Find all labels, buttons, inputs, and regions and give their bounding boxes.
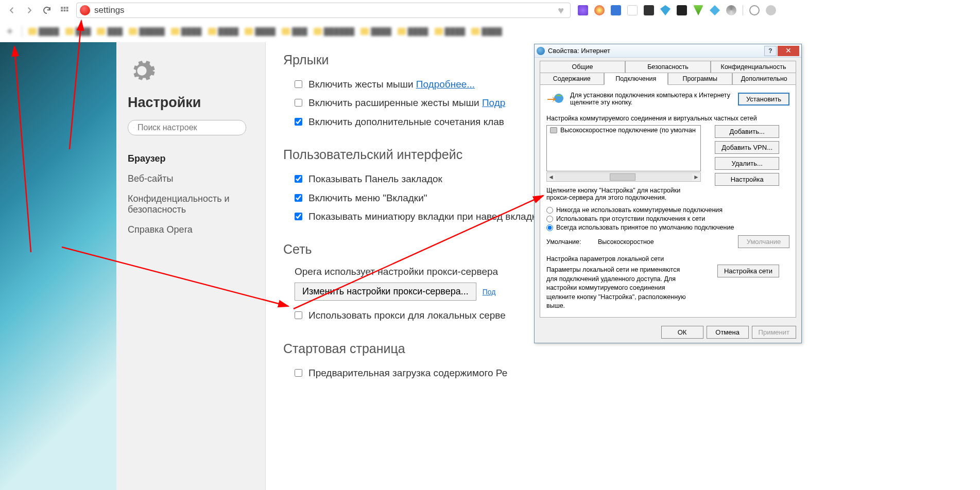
- lan-text: Параметры локальной сети не применяются …: [546, 266, 691, 311]
- settings-search[interactable]: [128, 120, 246, 135]
- remove-button[interactable]: Удалить...: [715, 157, 779, 170]
- tab-privacy[interactable]: Конфиденциальность: [711, 61, 796, 73]
- settings-sidebar: Настройки Браузер Веб-сайты Конфиденциал…: [116, 42, 266, 490]
- profile-icon[interactable]: [766, 5, 776, 15]
- back-button[interactable]: [4, 3, 20, 18]
- ext-icon-4[interactable]: [627, 5, 638, 15]
- ext-icon-6[interactable]: [660, 5, 670, 15]
- ext-icon-2[interactable]: [594, 5, 605, 15]
- add-button[interactable]: Добавить...: [715, 125, 779, 138]
- globe-icon: [537, 47, 545, 55]
- proxy-hint: Щелкните кнопку "Настройка" для настройк…: [546, 187, 685, 201]
- svg-rect-2: [66, 7, 68, 9]
- extension-icons: [578, 5, 776, 15]
- radio-no-net[interactable]: [546, 216, 553, 222]
- dial-group-label: Настройка коммутируемого соединения и ви…: [546, 115, 789, 122]
- forward-button[interactable]: [22, 3, 37, 18]
- tab-programs[interactable]: Программы: [668, 73, 732, 85]
- sidebar-link-help[interactable]: Справка Opera: [128, 220, 254, 240]
- ext-icon-7[interactable]: [677, 5, 687, 15]
- address-text: settings: [94, 5, 551, 15]
- checkbox-adv-gestures[interactable]: [295, 99, 302, 107]
- link-more-adv-gestures[interactable]: Подр: [482, 97, 505, 108]
- add-vpn-button[interactable]: Добавить VPN...: [715, 141, 779, 154]
- link-more-gestures[interactable]: Подробнее...: [416, 79, 475, 90]
- dialog-title-text: Свойства: Интернет: [548, 47, 764, 55]
- checkbox-bookmarks-bar[interactable]: [295, 175, 302, 183]
- settings-button[interactable]: Настройка: [715, 173, 779, 186]
- dialog-help-button[interactable]: ?: [764, 46, 777, 56]
- tab-general[interactable]: Общие: [540, 61, 625, 73]
- sidebar-title: Настройки: [128, 95, 254, 111]
- main-area: Настройки Браузер Веб-сайты Конфиденциал…: [0, 42, 980, 490]
- setup-text: Для установки подключения компьютера к И…: [570, 92, 733, 106]
- sidebar-link-browser[interactable]: Браузер: [128, 149, 254, 169]
- dialog-close-button[interactable]: ✕: [778, 46, 799, 56]
- svg-rect-5: [66, 10, 68, 12]
- radio-always[interactable]: [546, 224, 553, 231]
- tab-connections[interactable]: Подключения: [604, 73, 668, 85]
- sync-icon[interactable]: [749, 5, 760, 15]
- tab-advanced[interactable]: Дополнительно: [732, 73, 797, 85]
- opera-icon: [80, 5, 90, 15]
- svg-point-6: [133, 127, 134, 128]
- sidebar-link-websites[interactable]: Веб-сайты: [128, 169, 254, 189]
- lan-settings-button[interactable]: Настройка сети: [717, 265, 779, 277]
- cancel-button[interactable]: Отмена: [707, 326, 749, 339]
- checkbox-preload[interactable]: [295, 369, 302, 377]
- default-value: Высокоскоростное: [598, 238, 738, 246]
- connection-icon: [550, 127, 557, 133]
- svg-rect-1: [64, 7, 66, 9]
- reload-button[interactable]: [39, 3, 55, 18]
- dialog-tabs: Общие Безопасность Конфиденциальность Со…: [535, 58, 801, 84]
- checkbox-local-proxy[interactable]: [295, 311, 302, 319]
- separator: [743, 5, 743, 15]
- link-proxy-more[interactable]: Под: [483, 288, 496, 296]
- svg-rect-3: [61, 10, 63, 12]
- change-proxy-button[interactable]: Изменить настройки прокси-сервера...: [295, 283, 476, 301]
- dialog-titlebar[interactable]: Свойства: Интернет ? ✕: [535, 44, 801, 58]
- bookmark-heart-icon[interactable]: ♥: [558, 5, 564, 16]
- dialog-body: Для установки подключения компьютера к И…: [540, 84, 796, 318]
- ext-icon-10[interactable]: [726, 5, 736, 15]
- checkbox-mouse-gestures[interactable]: [295, 80, 302, 88]
- speed-dial-button[interactable]: [57, 3, 72, 18]
- apply-button: Применит: [752, 326, 796, 339]
- section-startpage-title: Стартовая страница: [283, 341, 980, 356]
- ok-button[interactable]: ОК: [661, 326, 703, 339]
- internet-properties-dialog: Свойства: Интернет ? ✕ Общие Безопасност…: [534, 44, 802, 343]
- desktop-background-strip: [0, 42, 116, 490]
- checkbox-tabs-menu[interactable]: [295, 194, 302, 202]
- gear-icon: [128, 57, 254, 86]
- svg-rect-0: [61, 7, 63, 9]
- list-scrollbar[interactable]: ◄►: [546, 172, 701, 182]
- setup-icon: [546, 91, 565, 107]
- add-bookmark-button[interactable]: +: [4, 25, 15, 38]
- default-button: Умолчание: [738, 235, 789, 248]
- ext-icon-3[interactable]: [611, 5, 621, 15]
- ext-icon-5[interactable]: [644, 5, 654, 15]
- connections-list[interactable]: Высокоскоростное подключение (по умолчан: [546, 125, 701, 171]
- ext-icon-9[interactable]: [710, 5, 720, 15]
- browser-toolbar: settings ♥: [0, 0, 980, 21]
- connection-item: Высокоскоростное подключение (по умолчан: [547, 126, 700, 135]
- sidebar-link-privacy[interactable]: Конфиденциальность и безопасность: [128, 189, 254, 220]
- ext-icon-1[interactable]: [578, 5, 588, 15]
- checkbox-tab-thumbnail[interactable]: [295, 213, 302, 220]
- address-bar[interactable]: settings ♥: [76, 3, 571, 18]
- default-label: Умолчание:: [546, 238, 598, 246]
- ext-icon-8[interactable]: [693, 5, 703, 15]
- svg-rect-4: [64, 10, 66, 12]
- lan-group-label: Настройка параметров локальной сети: [546, 255, 789, 262]
- setup-button[interactable]: Установить: [738, 93, 789, 106]
- radio-never[interactable]: [546, 207, 553, 214]
- bookmark-bar: + ████ ███ ███ █████ ████ ████ ████ ███ …: [0, 21, 980, 42]
- settings-search-input[interactable]: [137, 123, 240, 132]
- tab-content[interactable]: Содержание: [540, 73, 604, 85]
- checkbox-extra-shortcuts[interactable]: [295, 118, 302, 126]
- tab-security[interactable]: Безопасность: [625, 61, 711, 73]
